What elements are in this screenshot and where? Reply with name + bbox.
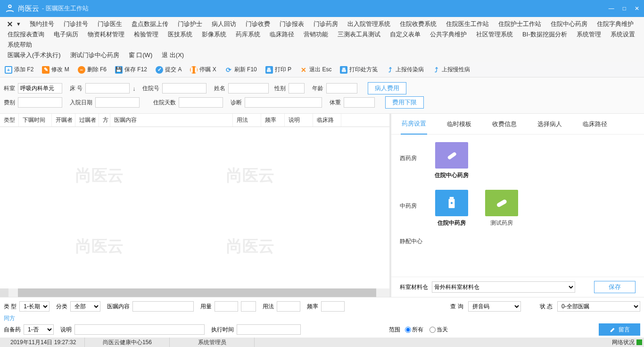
grid-body[interactable]: 尚医云 尚医云 尚医云 尚医云 [0, 127, 389, 288]
dept-input[interactable] [18, 83, 62, 93]
menu-item[interactable]: 系统管理 [572, 29, 606, 40]
tab-0[interactable]: 药房设置 [401, 114, 427, 135]
menu-item[interactable]: 门诊报表 [275, 19, 309, 29]
arrow-down-icon[interactable]: ↓ [132, 85, 136, 92]
menu-item[interactable]: 检验管理 [129, 29, 163, 40]
menu-item[interactable]: 门诊护士 [173, 19, 207, 29]
content-input[interactable] [132, 301, 194, 312]
toolbar-edit-button[interactable]: ✎修改 M [40, 65, 71, 75]
window-maximize-icon[interactable]: □ [623, 5, 626, 12]
menu-item[interactable]: 病人回访 [207, 19, 241, 29]
toolbar-plus-button[interactable]: +添加 F2 [3, 65, 35, 75]
usage-unit-input[interactable] [241, 301, 256, 312]
grid-header[interactable]: 类型 [0, 114, 19, 127]
menu-item[interactable]: BI-数据挖掘分析 [518, 29, 572, 40]
tab-3[interactable]: 选择病人 [537, 114, 563, 134]
horizontal-scrollbar[interactable] [0, 288, 389, 297]
menu-item[interactable]: 出入院管理系统 [343, 19, 395, 29]
toolbar-upload-button[interactable]: ⤴上报慢性病 [430, 65, 472, 75]
menu-item[interactable]: 药库系统 [231, 29, 265, 40]
pharm-card-cn-inpatient[interactable]: 住院中药房 [434, 190, 470, 227]
tab-2[interactable]: 收费信息 [491, 114, 518, 134]
menu-item[interactable]: 门诊挂号 [59, 19, 93, 29]
menu-item[interactable]: 社区管理系统 [471, 29, 518, 40]
toolbar-submit-button[interactable]: ✓提交 A [154, 65, 183, 75]
grid-header[interactable]: 过嘱者 [75, 114, 99, 127]
exec-time-input[interactable] [237, 324, 301, 335]
tab-4[interactable]: 临床路径 [582, 114, 608, 134]
menu-item[interactable]: 公共字典维护 [425, 29, 471, 40]
menu-item[interactable]: 物资耗材管理 [83, 29, 129, 40]
menu-item[interactable]: 门诊医生 [93, 19, 127, 29]
patient-fee-button[interactable]: 病人费用 [368, 82, 406, 94]
pharm-card-central[interactable]: 住院中心药房 [434, 142, 470, 179]
window-close-icon[interactable]: ✕ [635, 5, 639, 12]
grid-header[interactable]: 临床路 [313, 114, 341, 127]
pharm-card-test[interactable]: 测试药房 [484, 190, 520, 227]
menu-item[interactable]: 医嘱录入(手术执行) [3, 50, 66, 60]
menu-item[interactable]: 临床路径 [265, 29, 299, 40]
desc-input[interactable] [74, 324, 205, 335]
menu-item[interactable]: 盘点数据上传 [127, 19, 173, 29]
query-select[interactable]: 拼音码 [468, 301, 521, 312]
menu-item[interactable]: 系统设置 [606, 29, 640, 40]
dept-material-select[interactable]: 骨外科科室材料仓 [432, 281, 575, 293]
menu-item[interactable]: 系统帮助 [3, 40, 37, 50]
type-select[interactable]: 1-长期 [19, 301, 50, 312]
toolbar-save-button[interactable]: 💾保存 F12 [113, 65, 149, 75]
freq-input[interactable] [321, 301, 345, 312]
grid-header[interactable]: 开嘱者 [52, 114, 75, 127]
state-select[interactable]: 0-全部医嘱 [557, 301, 640, 312]
toolbar-refresh-button[interactable]: ⟳刷新 F10 [223, 65, 259, 75]
grid-header[interactable]: 频率 [261, 114, 285, 127]
range-all-radio[interactable]: 所有 [405, 326, 423, 333]
grid-header[interactable]: 说明 [285, 114, 313, 127]
usage-input[interactable] [277, 301, 300, 312]
range-today-radio[interactable]: 当天 [429, 326, 448, 333]
selfdrug-select[interactable]: 1-否 [24, 324, 54, 335]
chevron-down-icon[interactable]: ▾ [17, 19, 25, 29]
gender-input[interactable] [289, 83, 305, 93]
close-icon[interactable] [3, 19, 17, 29]
menu-item[interactable]: 预约挂号 [25, 19, 59, 29]
fee-limit-button[interactable]: 费用下限 [385, 96, 424, 109]
menu-item[interactable]: 住院中心药房 [546, 19, 592, 29]
tongfang-link[interactable]: 同方 [4, 314, 15, 322]
weight-input[interactable] [344, 97, 375, 108]
menu-item[interactable]: 三测表工具测试 [333, 29, 385, 40]
grid-header[interactable]: 方 [99, 114, 110, 127]
message-button[interactable]: 留言 [599, 323, 640, 336]
grid-header[interactable]: 下嘱时间 [19, 114, 52, 127]
menu-item[interactable]: 医技系统 [163, 29, 197, 40]
menu-item[interactable]: 影像系统 [197, 29, 231, 40]
menu-item[interactable]: 测试门诊中心药房 [66, 50, 124, 60]
toolbar-prescript-button[interactable]: 🖶打印处方笺 [338, 65, 380, 75]
toolbar-exit-button[interactable]: ✕退出 Esc [298, 65, 333, 75]
usage-amt-input[interactable] [215, 301, 238, 312]
in-days-input[interactable] [179, 97, 223, 108]
toolbar-upload-button[interactable]: ⤴上报传染病 [384, 65, 426, 75]
menu-item[interactable]: 窗 口(W) [124, 50, 157, 60]
menu-item[interactable]: 住院护士工作站 [494, 19, 546, 29]
grid-header[interactable]: 医嘱内容 [110, 114, 233, 127]
menu-item[interactable]: 营销功能 [299, 29, 333, 40]
in-date-input[interactable] [95, 97, 140, 108]
window-minimize-icon[interactable]: — [609, 5, 614, 12]
menu-item[interactable]: 退 出(X) [157, 50, 189, 60]
menu-item[interactable]: 住院报表查询 [3, 29, 49, 40]
menu-item[interactable]: 自定义表单 [385, 29, 425, 40]
save-button[interactable]: 保存 [594, 281, 636, 293]
toolbar-print-button[interactable]: 🖶打印 P [264, 65, 293, 75]
class-select[interactable]: 全部 [70, 301, 100, 312]
menu-item[interactable]: 门诊收费 [241, 19, 275, 29]
name-input[interactable] [228, 83, 269, 93]
grid-header[interactable]: 用法 [233, 114, 261, 127]
menu-item[interactable]: 电子病历 [49, 29, 83, 40]
age-input[interactable] [326, 83, 357, 93]
bed-input[interactable] [85, 83, 130, 93]
diag-input[interactable] [245, 97, 322, 108]
menu-item[interactable]: 门诊药房 [309, 19, 343, 29]
menu-item[interactable]: 住院收费系统 [395, 19, 441, 29]
fee-type-input[interactable] [18, 97, 62, 108]
tab-1[interactable]: 临时模板 [446, 114, 472, 134]
